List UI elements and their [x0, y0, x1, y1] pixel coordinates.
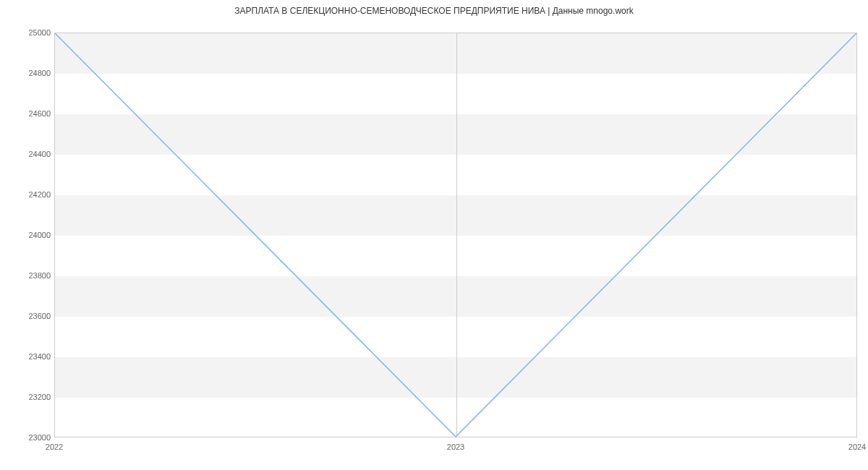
x-tick-label: 2022 [46, 443, 63, 451]
x-tick-label: 2024 [848, 443, 866, 451]
y-tick-label: 23800 [7, 271, 51, 280]
y-tick-label: 24000 [7, 231, 51, 239]
chart-line [55, 33, 856, 437]
y-tick-label: 25000 [7, 28, 51, 37]
y-tick-label: 24200 [7, 190, 51, 199]
y-tick-label: 24800 [7, 69, 51, 77]
y-tick-label: 23200 [7, 393, 51, 401]
y-tick-label: 23600 [7, 312, 51, 320]
y-tick-label: 24400 [7, 150, 51, 158]
chart-title: ЗАРПЛАТА В СЕЛЕКЦИОННО-СЕМЕНОВОДЧЕСКОЕ П… [0, 6, 868, 16]
y-tick-label: 23000 [7, 433, 51, 442]
plot-area [54, 33, 857, 437]
y-tick-label: 23400 [7, 352, 51, 361]
y-tick-label: 24600 [7, 109, 51, 118]
x-tick-label: 2023 [447, 443, 464, 451]
